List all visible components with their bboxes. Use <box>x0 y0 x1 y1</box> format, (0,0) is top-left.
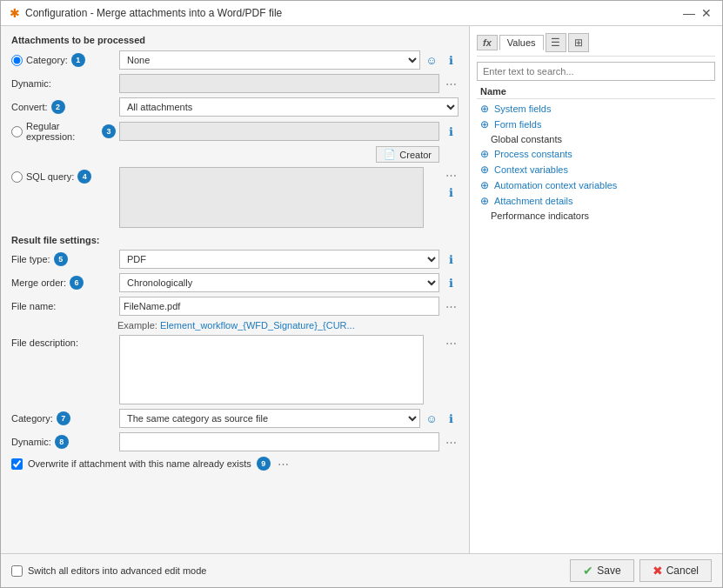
tree-item[interactable]: ⊕Context variables <box>477 162 715 177</box>
sql-more-icon[interactable]: ⋯ <box>443 167 459 183</box>
dynamic-input[interactable] <box>119 74 439 93</box>
category-radio[interactable] <box>11 55 23 66</box>
close-button[interactable]: ✕ <box>700 6 713 20</box>
title-bar: ✱ Configuration - Merge attachments into… <box>1 1 722 26</box>
advanced-edit-checkbox[interactable] <box>11 565 23 577</box>
category-select[interactable]: None <box>119 50 420 70</box>
table-tab[interactable]: ☰ <box>546 33 566 52</box>
convert-row: Convert: 2 All attachments <box>11 97 459 117</box>
filename-row: File name: ⋯ <box>11 297 459 316</box>
tree-item-label: Form fields <box>494 119 541 130</box>
regex-label: Regular expression: 3 <box>11 121 116 142</box>
tree-item[interactable]: Performance indicators <box>477 209 715 223</box>
overwrite-checkbox[interactable] <box>11 458 23 470</box>
main-content: Attachments to be processed Category: 1 … <box>1 26 722 553</box>
tree-item-label: Context variables <box>494 164 568 175</box>
convert-select[interactable]: All attachments <box>119 97 459 117</box>
filedesc-row: File description: ⋯ <box>11 335 459 404</box>
sql-row: SQL query: 4 ⋯ ℹ <box>11 167 459 228</box>
sql-textarea[interactable] <box>119 167 424 228</box>
dynamic2-label: Dynamic: 8 <box>11 435 116 449</box>
regex-radio[interactable] <box>11 126 23 137</box>
overwrite-label: Overwrite if attachment with this name a… <box>28 458 251 469</box>
convert-label: Convert: 2 <box>11 100 116 114</box>
mergeorder-info-icon[interactable]: ℹ <box>443 275 459 291</box>
filename-input[interactable] <box>119 297 439 316</box>
filename-label: File name: <box>11 301 116 311</box>
tree-item[interactable]: ⊕Form fields <box>477 117 715 132</box>
grid-tab[interactable]: ⊞ <box>568 33 589 52</box>
window-title: Configuration - Merge attachments into a… <box>25 7 282 19</box>
category2-select[interactable]: The same category as source file <box>119 409 420 428</box>
filedesc-more-icon[interactable]: ⋯ <box>443 335 459 351</box>
category-label: Category: 1 <box>11 53 116 67</box>
left-panel: Attachments to be processed Category: 1 … <box>1 26 470 553</box>
dynamic2-more-icon[interactable]: ⋯ <box>443 434 459 450</box>
tree-item-label: Performance indicators <box>491 210 589 221</box>
tree-item[interactable]: ⊕Automation context variables <box>477 177 715 193</box>
footer-left: Switch all editors into advanced edit mo… <box>11 565 206 577</box>
mergeorder-label: Merge order: 6 <box>11 276 116 290</box>
category2-smile-icon[interactable]: ☺ <box>424 411 439 426</box>
category2-info-icon[interactable]: ℹ <box>443 411 459 426</box>
dynamic-label: Dynamic: <box>11 78 116 89</box>
tree-item-label: Attachment details <box>494 196 573 206</box>
advanced-edit-label: Switch all editors into advanced edit mo… <box>28 565 206 576</box>
creator-button[interactable]: 📄 Creator <box>376 146 439 163</box>
tree-item-label: Global constants <box>491 134 562 144</box>
result-section-label: Result file settings: <box>11 235 459 245</box>
title-bar-left: ✱ Configuration - Merge attachments into… <box>10 6 282 20</box>
cancel-icon: ✖ <box>653 564 663 578</box>
example-row: Example: Element_workflow_{WFD_Signature… <box>117 320 459 331</box>
save-icon: ✔ <box>583 564 593 578</box>
tree-item[interactable]: ⊕System fields <box>477 101 715 117</box>
tree-item[interactable]: Global constants <box>477 132 715 146</box>
filedesc-label: File description: <box>11 337 116 348</box>
cancel-button[interactable]: ✖ Cancel <box>639 559 712 582</box>
expand-icon: ⊕ <box>480 164 491 176</box>
search-input[interactable] <box>477 62 715 81</box>
sql-info-icon[interactable]: ℹ <box>443 184 459 200</box>
filetype-label: File type: 5 <box>11 252 116 266</box>
category-row: Category: 1 None ☺ ℹ <box>11 50 459 70</box>
creator-row: 📄 Creator <box>11 146 459 163</box>
regex-input[interactable] <box>119 122 439 141</box>
expand-icon: ⊕ <box>480 103 491 115</box>
tree-list: ⊕System fields⊕Form fieldsGlobal constan… <box>477 101 715 223</box>
regex-info-icon[interactable]: ℹ <box>443 124 459 139</box>
category-smile-icon[interactable]: ☺ <box>424 52 439 68</box>
sql-badge: 4 <box>77 170 91 184</box>
dynamic-more-icon[interactable]: ⋯ <box>443 76 459 91</box>
tree-item-label: Process constants <box>494 149 572 159</box>
dynamic2-input[interactable] <box>119 432 439 451</box>
dynamic-row: Dynamic: ⋯ <box>11 74 459 93</box>
tree-item-label: Automation context variables <box>494 180 617 190</box>
minimize-button[interactable]: — <box>682 6 696 20</box>
mergeorder-select[interactable]: Chronologically <box>119 273 439 292</box>
footer: Switch all editors into advanced edit mo… <box>1 553 722 587</box>
overwrite-row: Overwrite if attachment with this name a… <box>11 456 459 471</box>
tree-item[interactable]: ⊕Process constants <box>477 146 715 162</box>
tree-header: Name <box>477 84 715 99</box>
overwrite-more-icon[interactable]: ⋯ <box>276 456 291 471</box>
tree-item-label: System fields <box>494 104 551 114</box>
dynamic2-row: Dynamic: 8 ⋯ <box>11 432 459 451</box>
sql-scrollbar <box>425 167 439 228</box>
values-tab[interactable]: Values <box>499 35 544 50</box>
filetype-info-icon[interactable]: ℹ <box>443 251 459 267</box>
filetype-row: File type: 5 PDF ℹ <box>11 250 459 269</box>
creator-icon: 📄 <box>384 149 396 160</box>
sql-radio[interactable] <box>11 171 23 183</box>
sql-textarea-wrapper <box>119 167 439 228</box>
example-link[interactable]: Element_workflow_{WFD_Signature}_{CUR... <box>160 320 355 331</box>
filename-more-icon[interactable]: ⋯ <box>443 298 459 314</box>
tree-item[interactable]: ⊕Attachment details <box>477 193 715 209</box>
dynamic2-badge: 8 <box>55 435 69 449</box>
fx-button[interactable]: fx <box>477 35 498 50</box>
filetype-select[interactable]: PDF <box>119 250 439 269</box>
convert-badge: 2 <box>51 100 65 114</box>
right-toolbar: fx Values ☰ ⊞ <box>477 33 715 57</box>
save-button[interactable]: ✔ Save <box>570 559 633 582</box>
category-info-icon[interactable]: ℹ <box>443 52 459 68</box>
filedesc-textarea[interactable] <box>119 335 424 404</box>
